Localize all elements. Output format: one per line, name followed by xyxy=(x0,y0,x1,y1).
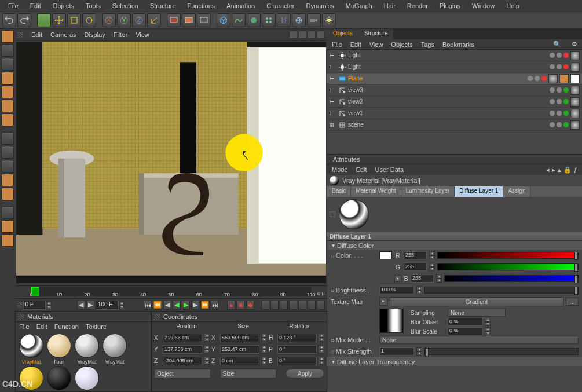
menu-functions[interactable]: Functions xyxy=(182,1,221,11)
enable-dot[interactable] xyxy=(563,99,569,104)
visibility-render-dot[interactable] xyxy=(557,111,562,116)
viewport-rotate-button[interactable] xyxy=(308,31,316,39)
camera-button[interactable] xyxy=(307,13,321,27)
point-mode-button[interactable] xyxy=(1,72,14,85)
object-mode-button[interactable] xyxy=(1,44,14,57)
object-row[interactable]: ⊞ scene xyxy=(327,119,582,131)
menu-hair[interactable]: Hair xyxy=(378,1,401,11)
obj-menu-file[interactable]: File xyxy=(332,41,342,48)
attr-tab-material-weight[interactable]: Material Weight xyxy=(351,186,401,197)
prev-key-button[interactable]: ⏪ xyxy=(153,301,162,310)
expand-icon[interactable]: ⊢ xyxy=(330,76,336,82)
visibility-editor-dot[interactable] xyxy=(550,87,555,93)
texture-preview[interactable] xyxy=(379,309,404,333)
coord-size-dropdown[interactable]: Size xyxy=(220,369,277,378)
play-button[interactable]: ▶ xyxy=(182,301,190,310)
expand-icon[interactable]: ⊞ xyxy=(330,122,336,128)
opt2-button[interactable] xyxy=(270,301,279,310)
render-region-button[interactable] xyxy=(182,13,196,27)
apply-button[interactable]: Apply xyxy=(285,369,324,378)
opt4-button[interactable] xyxy=(289,301,297,310)
attr-tab-luminosity-layer[interactable]: Luminosity Layer xyxy=(401,186,455,197)
g-value-field[interactable]: 255 xyxy=(404,263,427,271)
environment-button[interactable] xyxy=(292,13,306,27)
tag-icon[interactable] xyxy=(570,86,580,95)
tag-icon[interactable] xyxy=(559,74,569,83)
object-row[interactable]: ⊢ Plane xyxy=(327,73,582,85)
coord-object-dropdown[interactable]: Object xyxy=(154,369,211,378)
material-item[interactable] xyxy=(18,366,45,391)
attr-tab-basic[interactable]: Basic xyxy=(327,186,351,197)
menu-objects[interactable]: Objects xyxy=(47,1,80,11)
tool-c-button[interactable] xyxy=(1,206,14,219)
menu-mograph[interactable]: MoGraph xyxy=(340,1,378,11)
mat-menu-texture[interactable]: Texture xyxy=(86,323,107,330)
menu-structure[interactable]: Structure xyxy=(144,1,182,11)
visibility-editor-dot[interactable] xyxy=(528,76,533,81)
obj-menu-view[interactable]: View xyxy=(369,41,383,48)
b-value-field[interactable]: 255 xyxy=(411,274,434,283)
tag-icon[interactable] xyxy=(570,120,580,130)
object-row[interactable]: ⊢ view1 xyxy=(327,108,582,119)
enable-dot[interactable] xyxy=(563,53,569,58)
size-x-field[interactable]: 563.599 cm xyxy=(220,334,259,342)
goto-end-button[interactable]: ⏭ xyxy=(211,301,219,310)
cube-primitive-button[interactable] xyxy=(217,13,230,27)
expand-icon[interactable]: ⊢ xyxy=(330,87,336,93)
array-button[interactable] xyxy=(262,13,276,27)
sampling-dropdown[interactable]: None xyxy=(448,309,506,317)
object-row[interactable]: ⊢ view2 xyxy=(327,96,582,108)
viewport-menu-cameras[interactable]: Cameras xyxy=(50,31,76,38)
mixmode-dropdown[interactable]: None xyxy=(379,336,579,344)
rotation-b-field[interactable]: 0 ° xyxy=(277,357,317,365)
attr-func-icon[interactable]: ƒ xyxy=(574,166,577,174)
visibility-render-dot[interactable] xyxy=(535,76,540,81)
redo-button[interactable] xyxy=(17,13,31,27)
menu-dynamics[interactable]: Dynamics xyxy=(301,1,340,11)
mat-menu-file[interactable]: File xyxy=(19,323,30,330)
visibility-editor-dot[interactable] xyxy=(550,99,555,104)
obj-menu-edit[interactable]: Edit xyxy=(350,41,361,48)
blur-scale-field[interactable]: 0 % xyxy=(448,327,482,335)
material-tag-icon[interactable] xyxy=(570,74,580,83)
snap-button[interactable] xyxy=(1,146,14,159)
attr-menu-mode[interactable]: Mode xyxy=(332,166,348,173)
menu-character[interactable]: Character xyxy=(261,1,300,11)
enable-dot[interactable] xyxy=(563,87,569,93)
tool-b-button[interactable] xyxy=(1,188,14,200)
filter-icon[interactable]: ⚙ xyxy=(572,41,577,48)
tag-icon[interactable] xyxy=(570,97,580,107)
object-row[interactable]: ⊢ Light xyxy=(327,61,582,73)
time-end-field[interactable]: 100 F xyxy=(96,301,119,310)
expand-icon[interactable]: ⊢ xyxy=(330,111,336,116)
enable-dot[interactable] xyxy=(563,122,569,127)
tag-icon[interactable] xyxy=(570,109,580,118)
viewport-maximize-button[interactable] xyxy=(317,31,325,39)
mat-menu-edit[interactable]: Edit xyxy=(36,323,47,330)
visibility-editor-dot[interactable] xyxy=(550,64,555,69)
nurbs-button[interactable] xyxy=(247,13,261,27)
opt6-button[interactable] xyxy=(308,301,316,310)
mixstrength-slider[interactable] xyxy=(424,348,579,355)
tag-icon[interactable] xyxy=(570,63,580,72)
poly-mode-button[interactable] xyxy=(1,100,14,112)
attr-tab-assign[interactable]: Assign xyxy=(503,186,530,197)
move-button[interactable] xyxy=(52,13,66,27)
tool-a-button[interactable] xyxy=(1,174,14,186)
material-item[interactable]: VrayMat xyxy=(101,334,128,365)
viewport-menu-edit[interactable]: Edit xyxy=(31,31,42,38)
viewport-menu-display[interactable]: Display xyxy=(85,31,105,38)
tweak-button[interactable] xyxy=(1,132,14,145)
texmap-menu-button[interactable]: ▸ xyxy=(379,298,387,306)
expand-icon[interactable]: ⊢ xyxy=(330,64,336,70)
brightness-slider[interactable] xyxy=(424,287,579,294)
play-back-button[interactable]: ◀ xyxy=(173,301,181,310)
goto-start-button[interactable]: ⏮ xyxy=(144,301,152,310)
rotate-button[interactable] xyxy=(82,13,96,27)
tag-icon[interactable] xyxy=(570,51,580,60)
visibility-editor-dot[interactable] xyxy=(550,53,555,58)
prev-frame-button[interactable]: ◀ xyxy=(163,301,171,310)
model-mode-button[interactable] xyxy=(1,30,14,43)
enable-dot[interactable] xyxy=(541,76,547,81)
rotation-p-field[interactable]: 0 ° xyxy=(277,345,317,354)
